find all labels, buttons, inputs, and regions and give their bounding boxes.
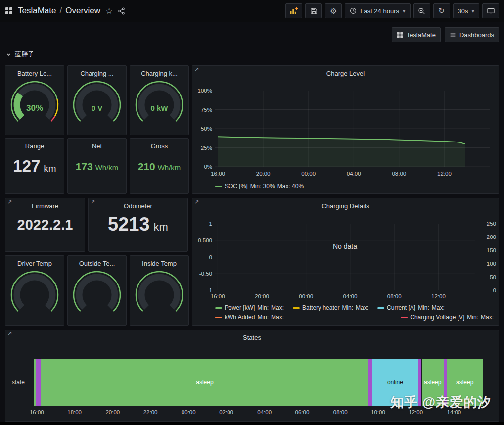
x-axis-tick: 16:00	[211, 293, 225, 299]
zoom-out-icon	[418, 7, 425, 15]
legend-item[interactable]: kWh Added Min: Max:	[215, 314, 284, 321]
series-color-swatch	[377, 307, 384, 309]
firmware-value: 2022.2.1	[5, 217, 85, 233]
state-segment[interactable]	[36, 359, 42, 406]
panel-title[interactable]: Range	[5, 139, 64, 150]
dashboards-nav-button[interactable]: Dashboards	[445, 27, 499, 42]
dashboards-nav-label: Dashboards	[459, 31, 494, 39]
breadcrumb-app[interactable]: TeslaMate	[18, 6, 56, 16]
panel-link-icon[interactable]: ↗	[194, 199, 199, 205]
stat-unit: km	[44, 163, 56, 174]
watermark: 知乎 @亲爱的汐	[390, 393, 491, 411]
x-axis-tick: 10:00	[371, 409, 385, 415]
panel-outside-temp: Outside Te...	[67, 255, 127, 326]
state-segment[interactable]: asleep	[41, 359, 368, 406]
panel-title[interactable]: Outside Te...	[68, 256, 126, 267]
charging-voltage-gauge: 0 V	[68, 78, 126, 130]
y-tick: 250	[487, 221, 496, 227]
x-axis-tick: 22:00	[143, 409, 158, 415]
gauge-svg	[69, 268, 125, 320]
panel-title[interactable]: Odometer	[89, 198, 187, 210]
apps-grid-icon	[397, 32, 403, 38]
chart-grid	[215, 91, 490, 167]
y-tick: 150	[487, 247, 496, 253]
charging-details-plot[interactable]: No data	[215, 224, 475, 290]
range-value: 127 km	[5, 157, 64, 176]
star-icon[interactable]: ☆	[105, 6, 113, 16]
dashboard-settings-button[interactable]: ⚙	[325, 3, 342, 18]
stat-unit: km	[154, 221, 168, 234]
apps-grid-icon[interactable]	[5, 7, 13, 15]
series-min: Min:	[342, 304, 353, 311]
refresh-interval-picker[interactable]: 30s ▾	[453, 3, 480, 18]
panel-title[interactable]: Charging k...	[130, 66, 188, 77]
stat-unit: Wh/km	[95, 163, 119, 172]
legend-item[interactable]: SOC [%] Min: 30% Max: 40%	[215, 183, 304, 189]
panel-charging-details: ↗ Charging Details 1 0.500 0 -0.50 -1 25…	[192, 198, 499, 326]
series-name: Power [kW]	[225, 304, 255, 311]
panel-title[interactable]: Charge Level	[192, 66, 499, 77]
tv-mode-button[interactable]	[482, 3, 499, 18]
legend-item[interactable]: Battery heater Min: Max:	[293, 304, 368, 311]
panel-driver-temp: Driver Temp	[5, 255, 64, 326]
panel-link-icon[interactable]: ↗	[194, 66, 199, 73]
gauge-svg: 30%	[7, 78, 62, 130]
y-tick: 0	[209, 254, 212, 260]
y-tick: 25%	[201, 145, 212, 151]
dashboard-row-toggle[interactable]: 蓝胖子	[6, 50, 34, 59]
stat-number: 210	[138, 161, 155, 173]
legend-item[interactable]: Charging Voltage [V] Min: Max:	[401, 314, 494, 321]
refresh-interval-label: 30s	[458, 7, 468, 15]
panel-title[interactable]: Battery Le...	[5, 66, 64, 77]
legend-item[interactable]: Current [A] Min: Max:	[377, 304, 445, 311]
x-axis-tick: 12:00	[437, 171, 452, 177]
legend-item[interactable]: Power [kW] Min: Max:	[215, 304, 284, 311]
stat-number: 127	[13, 157, 40, 176]
panel-battery-level: Battery Le... 30%	[5, 65, 64, 135]
save-dashboard-button[interactable]	[305, 3, 322, 18]
panel-title[interactable]: Inside Temp	[130, 256, 188, 267]
panel-title[interactable]: Gross	[130, 139, 188, 150]
series-max: Max:	[356, 304, 368, 311]
panel-title[interactable]: Charging Details	[192, 198, 499, 210]
panel-charging-voltage: Charging ... 0 V	[67, 65, 127, 135]
panel-title[interactable]: Charging ...	[68, 66, 126, 77]
x-axis-tick: 00:00	[182, 409, 196, 415]
caret-down-icon: ▾	[403, 8, 406, 14]
series-min: Min:	[418, 304, 429, 311]
list-icon	[450, 32, 456, 38]
driver-temp-gauge	[5, 268, 64, 320]
add-panel-button[interactable]	[285, 3, 302, 18]
panel-link-icon[interactable]: ↗	[7, 331, 12, 337]
zoom-out-time-button[interactable]	[413, 3, 430, 18]
panel-title[interactable]: Net	[68, 139, 126, 150]
teslamate-nav-button[interactable]: TeslaMate	[392, 27, 441, 42]
series-min: Min:	[467, 314, 478, 321]
panel-charging-power: Charging k... 0 kW	[130, 65, 189, 135]
panel-title[interactable]: Firmware	[5, 198, 85, 210]
series-color-swatch	[215, 307, 222, 309]
battery-gauge: 30%	[5, 78, 64, 130]
grafana-dashboard: TeslaMate / Overview ☆ ⚙ Last 24 hours	[0, 0, 504, 425]
charge-level-plot[interactable]	[215, 91, 490, 167]
series-max: Max:	[481, 314, 494, 321]
x-axis-tick: 08:00	[333, 409, 348, 415]
state-segment[interactable]	[368, 359, 371, 406]
svg-text:30%: 30%	[26, 103, 43, 113]
series-name: Charging Voltage [V]	[410, 314, 464, 321]
y-tick: 200	[487, 234, 496, 240]
panel-title[interactable]: States	[5, 330, 499, 341]
time-range-picker[interactable]: Last 24 hours ▾	[345, 3, 410, 18]
state-segment-label: asleep	[456, 379, 473, 386]
panel-link-icon[interactable]: ↗	[7, 199, 12, 205]
refresh-button[interactable]: ↻	[433, 3, 450, 18]
y-tick: 1	[209, 221, 212, 227]
share-icon[interactable]	[118, 7, 125, 15]
panel-title[interactable]: Driver Temp	[5, 256, 64, 267]
odometer-value: 5213 km	[89, 214, 187, 235]
breadcrumb-page[interactable]: Overview	[65, 6, 100, 16]
panel-link-icon[interactable]: ↗	[91, 199, 95, 205]
charging-details-legend-row2: kWh Added Min: Max: Charging Voltage [V]…	[215, 314, 494, 321]
charging-details-legend-row1: Power [kW] Min: Max: Battery heater Min:…	[215, 304, 494, 311]
x-axis-tick: 04:00	[257, 409, 272, 415]
